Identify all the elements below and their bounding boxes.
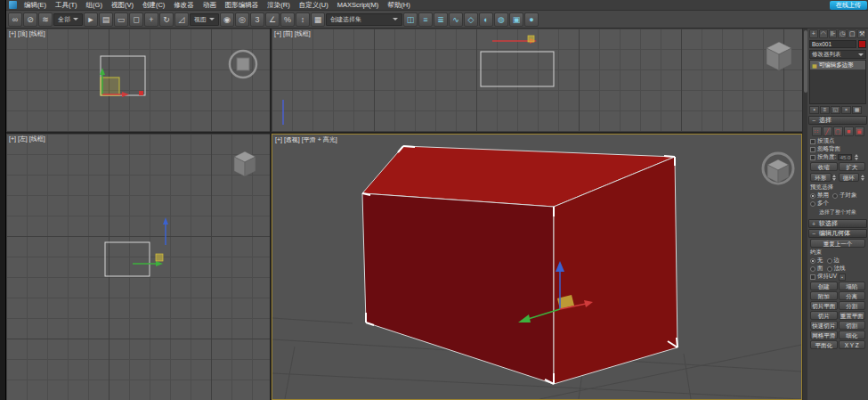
panel-button[interactable]: 网格平滑 xyxy=(810,331,838,339)
menu-item[interactable]: 创建(C) xyxy=(138,0,169,11)
repeat-last-button[interactable]: 重复上一个 xyxy=(810,239,865,248)
constraint-face-radio[interactable]: 面 xyxy=(810,265,823,273)
stack-item-editable-poly[interactable]: ▦ 可编辑多边形 xyxy=(810,61,865,69)
make-unique-icon[interactable]: ◱ xyxy=(831,106,840,114)
preserve-uv-checkbox[interactable]: 保持UV ▪ xyxy=(810,273,865,281)
viewcube[interactable] xyxy=(767,42,791,70)
panel-button[interactable]: 切片平面 xyxy=(810,301,838,310)
box-wireframe-left-view[interactable] xyxy=(105,242,150,276)
scrollbar-thumb[interactable] xyxy=(804,30,807,93)
curve-editor-icon[interactable]: ∿ xyxy=(449,12,463,27)
align-icon[interactable]: ≡ xyxy=(418,12,433,27)
spinner-icon[interactable] xyxy=(854,154,858,161)
rectangular-region-icon[interactable]: ▭ xyxy=(114,12,128,27)
viewport-perspective-label[interactable]: [+] [透视] [平滑 + 高光] xyxy=(275,135,337,144)
object-name-field[interactable]: Box001 xyxy=(809,40,856,48)
modifier-list-dropdown[interactable]: 修改器列表 xyxy=(809,50,866,59)
grow-button[interactable]: 扩大 xyxy=(839,162,866,171)
rendered-frame-icon[interactable]: ▣ xyxy=(509,12,523,27)
preview-disable-radio[interactable]: 禁用 xyxy=(810,192,829,200)
tab-hierarchy[interactable]: ⊪ xyxy=(829,29,838,38)
remove-modifier-icon[interactable]: × xyxy=(841,106,851,114)
tab-utilities[interactable]: ⚒ xyxy=(857,29,866,38)
select-object-icon[interactable]: ► xyxy=(84,12,98,27)
use-pivot-center-icon[interactable]: ◉ xyxy=(220,12,234,27)
menu-item[interactable]: 渲染(R) xyxy=(263,0,294,11)
angle-snap-icon[interactable]: ∠ xyxy=(265,12,280,27)
polygon-icon[interactable]: ■ xyxy=(844,127,854,136)
menu-item[interactable]: 动画 xyxy=(199,0,221,11)
constraint-none-radio[interactable]: 无 xyxy=(810,257,823,265)
select-and-link-icon[interactable]: ∞ xyxy=(8,12,22,27)
window-crossing-icon[interactable]: ◻ xyxy=(129,12,143,27)
snaps-toggle-icon[interactable]: 3 xyxy=(250,12,264,27)
named-selection-sets-dropdown[interactable]: 创建选择集 xyxy=(326,13,402,26)
select-and-manipulate-icon[interactable]: ◎ xyxy=(235,12,249,27)
preview-subobject-radio[interactable]: 子对象 xyxy=(832,192,857,200)
menu-item[interactable]: 自定义(U) xyxy=(295,0,333,11)
menu-item[interactable]: 视图(V) xyxy=(107,0,138,11)
preview-multi-radio[interactable]: 多个 xyxy=(810,200,829,208)
bind-to-space-warp-icon[interactable]: ≋ xyxy=(38,12,53,27)
preserve-uv-settings-button[interactable]: ▪ xyxy=(839,273,846,281)
unlink-selection-icon[interactable]: ⊘ xyxy=(23,12,37,27)
panel-button[interactable]: 创建 xyxy=(810,282,838,290)
menu-item[interactable]: 工具(T) xyxy=(51,0,82,11)
ring-button[interactable]: 环形 xyxy=(810,173,831,182)
panel-button[interactable]: 快速切片 xyxy=(810,321,838,330)
spinner-icon[interactable] xyxy=(860,174,864,181)
by-vertex-checkbox[interactable]: 按顶点 xyxy=(810,137,865,145)
online-upload-button[interactable]: 在线上传 xyxy=(830,1,867,10)
tab-create[interactable]: + xyxy=(809,29,818,38)
schematic-view-icon[interactable]: ◇ xyxy=(464,12,478,27)
panel-button[interactable]: 塌陷 xyxy=(839,282,866,290)
by-angle-checkbox[interactable]: 按角度: 45.0 xyxy=(810,153,865,161)
render-setup-icon[interactable]: ◍ xyxy=(494,12,508,27)
tab-display[interactable]: ▢ xyxy=(848,29,856,38)
vertex-icon[interactable]: ∷ xyxy=(812,127,822,136)
layer-manager-icon[interactable]: ≣ xyxy=(434,12,448,27)
rollout-edit-geometry-header[interactable]: − 编辑几何体 xyxy=(808,229,867,238)
material-editor-icon[interactable]: ◐ xyxy=(479,12,493,27)
edge-icon[interactable]: ╱ xyxy=(823,127,832,136)
rollout-soft-selection-header[interactable]: + 软选择 xyxy=(808,219,867,228)
tab-modify[interactable]: ◠ xyxy=(819,29,828,38)
object-color-swatch[interactable] xyxy=(858,40,866,48)
tab-motion[interactable]: ◷ xyxy=(838,29,847,38)
viewport-top[interactable]: [+] [顶] [线框] xyxy=(6,29,270,132)
select-and-move-icon[interactable]: + xyxy=(144,12,158,27)
menu-item[interactable]: 帮助(H) xyxy=(383,0,414,11)
select-and-scale-icon[interactable]: ◿ xyxy=(174,12,189,27)
configure-modifier-sets-icon[interactable]: ▦ xyxy=(852,106,862,114)
spinner-icon[interactable] xyxy=(832,174,837,181)
viewport-perspective[interactable]: [+] [透视] [平滑 + 高光] xyxy=(272,134,802,400)
viewport-left-label[interactable]: [+] [左] [线框] xyxy=(9,135,45,143)
gizmo-xy-plane-handle[interactable] xyxy=(101,78,119,95)
selected-vertex-marker[interactable] xyxy=(139,91,143,95)
panel-button[interactable]: 分离 xyxy=(839,291,866,300)
panel-button[interactable]: X Y Z xyxy=(839,340,866,349)
viewcube-compass[interactable] xyxy=(230,51,256,78)
select-by-name-icon[interactable]: ▤ xyxy=(99,12,113,27)
box-wireframe-front-view[interactable] xyxy=(481,52,554,86)
panel-button[interactable]: 重置平面 xyxy=(839,311,866,320)
menu-item[interactable]: 编辑(E) xyxy=(20,0,51,11)
panel-button[interactable]: 平面化 xyxy=(810,340,838,349)
move-gizmo[interactable] xyxy=(492,36,537,44)
percent-snap-icon[interactable]: % xyxy=(280,12,295,27)
shrink-button[interactable]: 收缩 xyxy=(810,162,838,171)
spinner-snap-icon[interactable]: ↕ xyxy=(296,12,310,27)
menu-item[interactable]: 修改器 xyxy=(169,0,199,11)
panel-button[interactable]: 切割 xyxy=(839,321,866,330)
pin-stack-icon[interactable]: ▪ xyxy=(809,106,819,114)
loop-button[interactable]: 循环 xyxy=(839,173,860,182)
mirror-icon[interactable]: ◫ xyxy=(403,12,418,27)
rollout-selection-header[interactable]: − 选择 xyxy=(808,116,867,125)
viewport-front[interactable]: [+] [前] [线框] xyxy=(272,29,802,132)
angle-value-field[interactable]: 45.0 xyxy=(838,154,852,160)
menu-item[interactable]: 图形编辑器 xyxy=(221,0,264,11)
edit-named-sets-icon[interactable]: ▦ xyxy=(311,12,325,27)
constraint-normal-radio[interactable]: 法线 xyxy=(827,265,846,273)
viewport-left[interactable]: [+] [左] [线框] xyxy=(6,134,270,400)
menu-item[interactable]: MAXScript(M) xyxy=(333,0,384,11)
